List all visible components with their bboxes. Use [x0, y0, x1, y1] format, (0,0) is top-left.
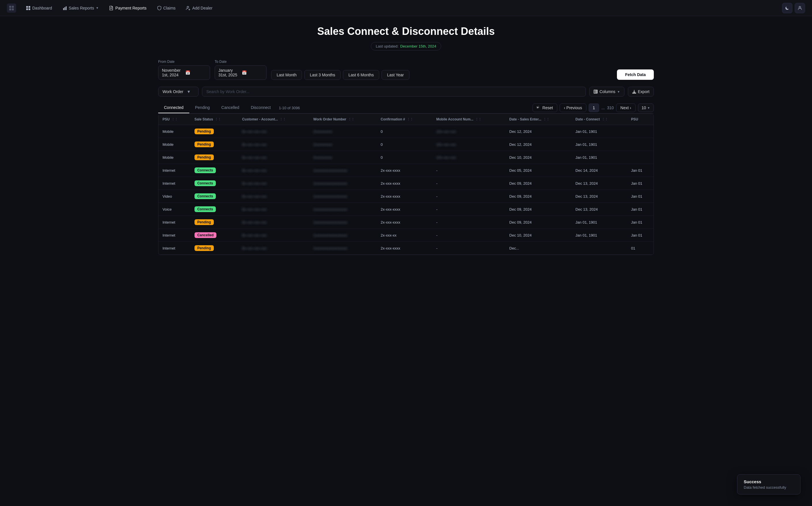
table-row: Video Connects 8x-xxx-xxx-xxx 1xxxxxxxxx…	[159, 190, 653, 203]
nav-item-payment-reports[interactable]: Payment Reports	[105, 4, 151, 12]
per-page-value: 10	[642, 105, 646, 110]
toast-message: Data fetched successfully	[744, 485, 794, 490]
col-date-sales: Date - Sales Enter... ⋮⋮	[506, 114, 572, 125]
sort-icon-work-order[interactable]: ⋮⋮	[348, 117, 354, 121]
status-badge: Pending	[194, 142, 214, 147]
columns-button[interactable]: Columns ▼	[589, 87, 624, 96]
to-date-input[interactable]: January 31st, 2025 📅	[215, 65, 267, 80]
cell-confirmation: 0	[377, 151, 432, 164]
col-psu: PSU ⋮⋮	[159, 114, 190, 125]
cell-work-order: 1xxxxxxxxxxxxxxxxx	[309, 177, 377, 190]
cell-mobile-account: -	[432, 229, 506, 242]
table-row: Internet Cancelled 8x-xxx-xxx-xxx 1xxxxx…	[159, 229, 653, 242]
tab-cancelled[interactable]: Cancelled	[215, 102, 245, 113]
from-date-input[interactable]: November 1st, 2024 📅	[158, 65, 210, 80]
cell-date-sales: Dec 09, 2024	[506, 216, 572, 229]
sort-icon-psu[interactable]: ⋮⋮	[171, 117, 178, 121]
reset-button[interactable]: Reset	[533, 103, 557, 112]
cell-psu: Internet	[159, 242, 190, 255]
cell-mobile-account: -	[432, 242, 506, 255]
cell-date-sales: Dec 09, 2024	[506, 203, 572, 216]
cell-confirmation: 2x-xxx-xxxx	[377, 242, 432, 255]
col-customer: Customer - Account... ⋮⋮	[238, 114, 309, 125]
tab-pending[interactable]: Pending	[189, 102, 215, 113]
columns-icon	[594, 90, 598, 94]
main-content: Sales Connect & Disconnect Details Last …	[147, 16, 665, 264]
svg-rect-18	[595, 90, 597, 93]
cell-psu2: Jan 01	[627, 190, 653, 203]
cell-psu: Video	[159, 190, 190, 203]
profile-button[interactable]	[795, 3, 805, 13]
cell-customer: 8x-xxx-xxx-xxx	[238, 242, 309, 255]
cell-customer: 8x-xxx-xxx-xxx	[238, 229, 309, 242]
table-body: Mobile Pending 8x-xxx-xxx-xxx 2xxxxxxxxx…	[159, 125, 653, 255]
cell-status: Connects	[190, 190, 238, 203]
cell-date-connect	[571, 242, 627, 255]
cell-work-order: 1xxxxxxxxxxxxxxxxx	[309, 190, 377, 203]
success-toast: Success Data fetched successfully	[737, 474, 801, 495]
nav-item-add-dealer[interactable]: Add Dealer	[182, 4, 216, 12]
table-row: Internet Pending 8x-xxx-xxx-xxx 1xxxxxxx…	[159, 216, 653, 229]
svg-rect-3	[12, 8, 14, 10]
sort-icon-date-connect[interactable]: ⋮⋮	[602, 117, 608, 121]
col-customer-label: Customer - Account...	[242, 117, 278, 121]
last-6-months-button[interactable]: Last 6 Months	[343, 70, 379, 80]
fetch-data-button[interactable]: Fetch Data	[617, 70, 654, 80]
filter-type-value: Work Order	[163, 89, 183, 94]
calendar-icon-to[interactable]: 📅	[242, 70, 263, 75]
last-updated-date: December 15th, 2024	[400, 44, 436, 49]
per-page-select[interactable]: 10 ▼	[638, 103, 654, 112]
col-sale-status-label: Sale Status	[194, 117, 213, 121]
cell-psu: Internet	[159, 177, 190, 190]
cell-confirmation: 0	[377, 138, 432, 151]
cell-psu: Mobile	[159, 125, 190, 138]
sort-icon-sale-status[interactable]: ⋮⋮	[215, 117, 221, 121]
sort-icon-date-sales[interactable]: ⋮⋮	[543, 117, 549, 121]
cell-status: Pending	[190, 151, 238, 164]
status-badge: Pending	[194, 245, 214, 251]
cell-date-connect: Jan 01, 1901	[571, 229, 627, 242]
tab-disconnect[interactable]: Disconnect	[245, 102, 276, 113]
last-year-button[interactable]: Last Year	[381, 70, 409, 80]
last-updated-badge: Last updated: December 15th, 2024	[371, 42, 441, 51]
cell-mobile-account: 10x-xxx-xxx	[432, 138, 506, 151]
cell-date-connect: Dec 13, 2024	[571, 203, 627, 216]
col-confirmation-label: Confirmation #	[381, 117, 405, 121]
nav-item-dashboard[interactable]: Dashboard	[22, 4, 56, 12]
total-pages: 310	[607, 105, 614, 110]
next-button[interactable]: Next ›	[616, 103, 635, 112]
moon-icon	[785, 6, 790, 10]
nav-item-sales-reports[interactable]: Sales Reports ▼	[59, 4, 103, 12]
export-button[interactable]: Export	[628, 87, 654, 96]
sort-icon-customer[interactable]: ⋮⋮	[279, 117, 286, 121]
col-date-connect: Date - Connect ⋮⋮	[571, 114, 627, 125]
cell-work-order: 2xxxxxxxxx	[309, 125, 377, 138]
toast-title: Success	[744, 479, 794, 484]
last-3-months-button[interactable]: Last 3 Months	[304, 70, 341, 80]
sort-icon-confirmation[interactable]: ⋮⋮	[407, 117, 413, 121]
cell-date-connect: Jan 01, 1901	[571, 125, 627, 138]
quick-filter-buttons: Last Month Last 3 Months Last 6 Months L…	[271, 70, 410, 80]
chevron-down-icon-perpage: ▼	[647, 106, 650, 109]
filter-type-select[interactable]: Work Order ▼	[158, 87, 198, 96]
col-mobile-account: Mobile Account Num... ⋮⋮	[432, 114, 506, 125]
previous-button[interactable]: ‹ Previous	[560, 103, 587, 112]
nav-item-claims[interactable]: Claims	[153, 4, 180, 12]
calendar-icon-from[interactable]: 📅	[185, 70, 206, 75]
tab-connected[interactable]: Connected	[158, 102, 189, 113]
status-badge: Pending	[194, 219, 214, 225]
svg-rect-7	[28, 8, 30, 10]
bar-chart-icon	[63, 6, 67, 10]
sort-icon-mobile-account[interactable]: ⋮⋮	[475, 117, 481, 121]
col-sale-status: Sale Status ⋮⋮	[190, 114, 238, 125]
cell-psu: Internet	[159, 229, 190, 242]
svg-rect-10	[66, 6, 67, 10]
theme-toggle-button[interactable]	[782, 3, 792, 13]
file-icon	[109, 6, 113, 10]
svg-rect-4	[26, 6, 28, 8]
last-month-button[interactable]: Last Month	[271, 70, 302, 80]
search-input[interactable]	[202, 87, 586, 96]
cell-psu2: Jan 01	[627, 216, 653, 229]
cell-date-connect: Jan 01, 1901	[571, 151, 627, 164]
search-row: Work Order ▼ Columns ▼ Export	[158, 87, 654, 96]
